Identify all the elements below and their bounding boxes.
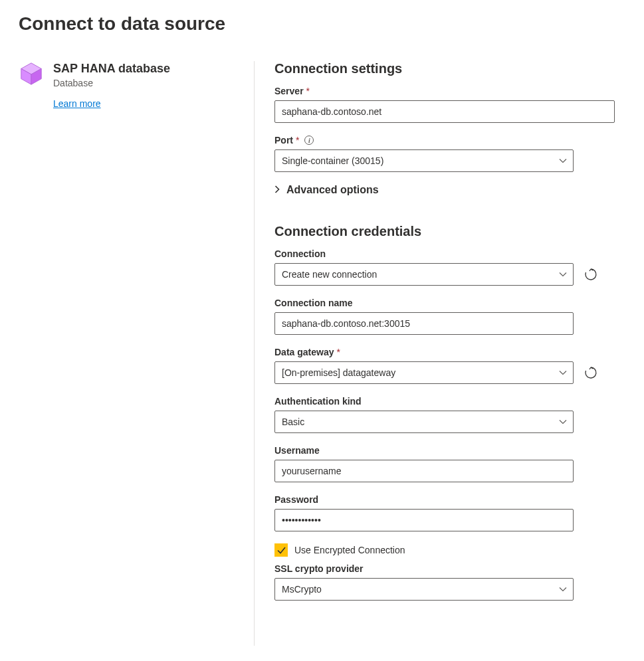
encrypted-connection-checkbox[interactable] — [274, 543, 288, 557]
gateway-select[interactable]: [On-premises] datagateway — [274, 361, 574, 384]
source-panel: SAP HANA database Database Learn more — [19, 61, 255, 646]
port-select[interactable]: Single-container (30015) — [274, 149, 574, 172]
source-title: SAP HANA database — [53, 61, 170, 76]
connection-label: Connection — [274, 248, 625, 259]
ssl-provider-select[interactable]: MsCrypto — [274, 578, 574, 601]
connection-name-input[interactable] — [274, 312, 574, 335]
gateway-label: Data gateway* — [274, 347, 625, 357]
advanced-options-toggle[interactable]: Advanced options — [274, 184, 625, 196]
username-input[interactable] — [274, 460, 574, 482]
connection-settings-heading: Connection settings — [274, 61, 625, 76]
username-label: Username — [274, 445, 625, 456]
auth-kind-label: Authentication kind — [274, 396, 625, 407]
source-subtitle: Database — [53, 78, 170, 88]
chevron-right-icon — [274, 185, 280, 195]
refresh-gateway-button[interactable] — [583, 365, 599, 381]
server-label: Server* — [274, 86, 625, 96]
connection-select[interactable]: Create new connection — [274, 263, 574, 286]
encrypted-connection-label: Use Encrypted Connection — [294, 545, 405, 555]
ssl-provider-label: SSL crypto provider — [274, 563, 625, 574]
port-label: Port* i — [274, 135, 625, 145]
info-icon[interactable]: i — [304, 136, 314, 145]
refresh-connection-button[interactable] — [583, 266, 599, 282]
connection-credentials-heading: Connection credentials — [274, 224, 625, 239]
page-title: Connect to data source — [19, 13, 625, 35]
server-input[interactable] — [274, 100, 615, 123]
auth-kind-select[interactable]: Basic — [274, 411, 574, 433]
form-panel: Connection settings Server* Port* i Sing… — [255, 61, 625, 646]
password-label: Password — [274, 494, 625, 505]
learn-more-link[interactable]: Learn more — [53, 98, 101, 109]
database-cube-icon — [19, 61, 44, 86]
connection-name-label: Connection name — [274, 298, 625, 308]
password-input[interactable] — [274, 509, 574, 531]
